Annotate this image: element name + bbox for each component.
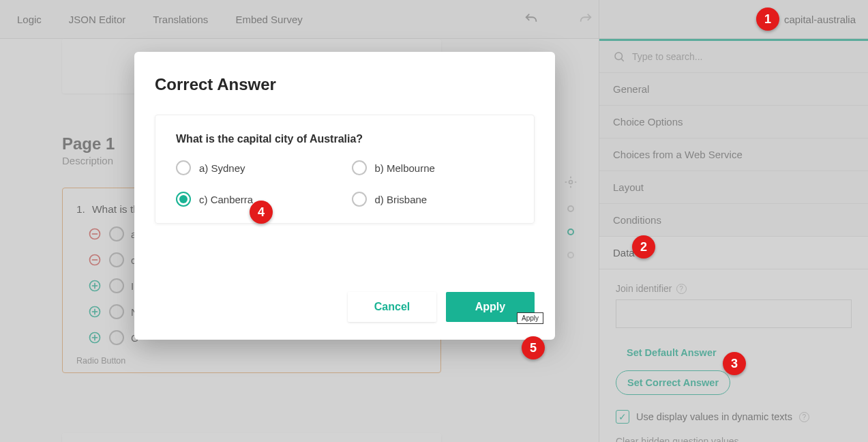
callout-badge-5: 5	[522, 336, 545, 359]
radio-icon[interactable]	[176, 160, 191, 175]
callout-badge-4: 4	[250, 201, 273, 224]
cancel-button[interactable]: Cancel	[348, 292, 436, 322]
answer-option-label: b) Melbourne	[375, 162, 435, 174]
answer-option-b[interactable]: b) Melbourne	[352, 160, 514, 175]
tooltip-apply: Apply	[517, 312, 543, 324]
correct-answer-dialog: Correct Answer What is the capital city …	[134, 52, 555, 340]
callout-badge-2: 2	[632, 235, 655, 259]
callout-badge-1: 1	[756, 8, 779, 31]
dialog-title: Correct Answer	[155, 75, 535, 94]
answer-option-label: a) Sydney	[199, 162, 245, 174]
answer-option-label: c) Canberra	[199, 194, 253, 205]
answer-option-d[interactable]: d) Brisbane	[352, 192, 514, 207]
answer-option-a[interactable]: a) Sydney	[176, 160, 338, 175]
radio-icon[interactable]	[352, 192, 367, 207]
modal-backdrop-right	[599, 0, 868, 442]
radio-icon[interactable]	[352, 160, 367, 175]
dialog-question-text: What is the capital city of Australia?	[176, 133, 513, 145]
callout-badge-3: 3	[723, 352, 746, 375]
radio-icon-selected[interactable]	[176, 192, 191, 207]
answer-option-label: d) Brisbane	[375, 194, 428, 205]
